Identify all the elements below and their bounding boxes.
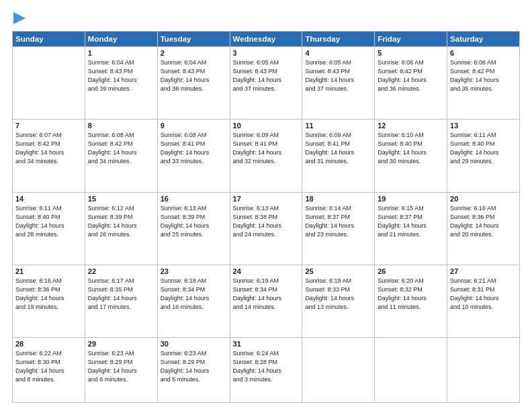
day-info: Sunrise: 6:09 AM Sunset: 8:41 PM Dayligh… (305, 131, 371, 166)
calendar-cell: 25Sunrise: 6:19 AM Sunset: 8:33 PM Dayli… (302, 265, 375, 337)
day-number: 18 (305, 195, 371, 203)
calendar-col-thursday: Thursday (302, 32, 375, 47)
day-number: 15 (88, 195, 154, 203)
calendar-cell: 6Sunrise: 6:06 AM Sunset: 8:42 PM Daylig… (447, 47, 520, 120)
day-number: 9 (161, 122, 227, 130)
calendar-cell (302, 338, 375, 403)
header (12, 11, 520, 26)
calendar-cell: 21Sunrise: 6:16 AM Sunset: 8:36 PM Dayli… (13, 265, 85, 337)
calendar-cell: 22Sunrise: 6:17 AM Sunset: 8:35 PM Dayli… (85, 265, 157, 337)
calendar-cell: 8Sunrise: 6:08 AM Sunset: 8:42 PM Daylig… (85, 120, 157, 192)
calendar-cell: 19Sunrise: 6:15 AM Sunset: 8:37 PM Dayli… (375, 192, 447, 265)
day-number: 31 (233, 340, 300, 348)
day-number: 11 (305, 122, 371, 130)
day-number: 25 (305, 267, 371, 275)
calendar-cell: 26Sunrise: 6:20 AM Sunset: 8:32 PM Dayli… (375, 265, 447, 337)
day-info: Sunrise: 6:21 AM Sunset: 8:31 PM Dayligh… (450, 277, 517, 312)
calendar-cell: 1Sunrise: 6:04 AM Sunset: 8:43 PM Daylig… (85, 47, 157, 120)
calendar-cell: 27Sunrise: 6:21 AM Sunset: 8:31 PM Dayli… (447, 265, 520, 337)
day-info: Sunrise: 6:15 AM Sunset: 8:37 PM Dayligh… (378, 204, 444, 239)
calendar-cell: 30Sunrise: 6:23 AM Sunset: 8:29 PM Dayli… (157, 338, 230, 403)
day-info: Sunrise: 6:13 AM Sunset: 8:39 PM Dayligh… (161, 204, 227, 239)
calendar-cell: 14Sunrise: 6:11 AM Sunset: 8:40 PM Dayli… (13, 192, 85, 265)
calendar-week-1: 1Sunrise: 6:04 AM Sunset: 8:43 PM Daylig… (13, 47, 520, 120)
day-number: 22 (88, 267, 154, 275)
day-info: Sunrise: 6:14 AM Sunset: 8:37 PM Dayligh… (305, 204, 371, 239)
day-number: 13 (450, 122, 517, 130)
day-info: Sunrise: 6:08 AM Sunset: 8:42 PM Dayligh… (88, 131, 154, 166)
day-number: 19 (378, 195, 444, 203)
calendar-col-saturday: Saturday (447, 32, 520, 47)
day-info: Sunrise: 6:11 AM Sunset: 8:40 PM Dayligh… (450, 131, 517, 166)
calendar-cell: 20Sunrise: 6:16 AM Sunset: 8:36 PM Dayli… (447, 192, 520, 265)
day-info: Sunrise: 6:11 AM Sunset: 8:40 PM Dayligh… (15, 204, 82, 239)
day-info: Sunrise: 6:19 AM Sunset: 8:34 PM Dayligh… (233, 277, 300, 312)
day-info: Sunrise: 6:08 AM Sunset: 8:41 PM Dayligh… (161, 131, 227, 166)
day-info: Sunrise: 6:07 AM Sunset: 8:42 PM Dayligh… (15, 131, 82, 166)
calendar-cell: 2Sunrise: 6:04 AM Sunset: 8:43 PM Daylig… (157, 47, 230, 120)
day-info: Sunrise: 6:23 AM Sunset: 8:29 PM Dayligh… (88, 349, 154, 384)
calendar-cell: 7Sunrise: 6:07 AM Sunset: 8:42 PM Daylig… (13, 120, 85, 192)
day-number: 4 (305, 49, 371, 57)
day-info: Sunrise: 6:05 AM Sunset: 8:43 PM Dayligh… (233, 58, 300, 93)
day-info: Sunrise: 6:04 AM Sunset: 8:43 PM Dayligh… (88, 58, 154, 93)
calendar-cell: 13Sunrise: 6:11 AM Sunset: 8:40 PM Dayli… (447, 120, 520, 192)
calendar-cell: 15Sunrise: 6:12 AM Sunset: 8:39 PM Dayli… (85, 192, 157, 265)
calendar-cell: 23Sunrise: 6:18 AM Sunset: 8:34 PM Dayli… (157, 265, 230, 337)
day-number: 14 (15, 195, 82, 203)
calendar-cell (375, 338, 447, 403)
calendar-week-3: 14Sunrise: 6:11 AM Sunset: 8:40 PM Dayli… (13, 192, 520, 265)
calendar-col-monday: Monday (85, 32, 157, 47)
day-number: 12 (378, 122, 444, 130)
day-number: 23 (161, 267, 227, 275)
day-number: 30 (161, 340, 227, 348)
calendar-week-2: 7Sunrise: 6:07 AM Sunset: 8:42 PM Daylig… (13, 120, 520, 192)
calendar-cell (447, 338, 520, 403)
day-info: Sunrise: 6:09 AM Sunset: 8:41 PM Dayligh… (233, 131, 300, 166)
day-info: Sunrise: 6:17 AM Sunset: 8:35 PM Dayligh… (88, 277, 154, 312)
day-info: Sunrise: 6:18 AM Sunset: 8:34 PM Dayligh… (161, 277, 227, 312)
calendar-week-4: 21Sunrise: 6:16 AM Sunset: 8:36 PM Dayli… (13, 265, 520, 337)
calendar-cell: 3Sunrise: 6:05 AM Sunset: 8:43 PM Daylig… (230, 47, 302, 120)
day-info: Sunrise: 6:20 AM Sunset: 8:32 PM Dayligh… (378, 277, 444, 312)
day-number: 26 (378, 267, 444, 275)
day-number: 10 (233, 122, 300, 130)
day-info: Sunrise: 6:12 AM Sunset: 8:39 PM Dayligh… (88, 204, 154, 239)
calendar-col-tuesday: Tuesday (157, 32, 230, 47)
day-number: 5 (378, 49, 444, 57)
logo (12, 11, 26, 26)
day-number: 16 (161, 195, 227, 203)
day-number: 8 (88, 122, 154, 130)
day-info: Sunrise: 6:19 AM Sunset: 8:33 PM Dayligh… (305, 277, 371, 312)
day-info: Sunrise: 6:06 AM Sunset: 8:42 PM Dayligh… (450, 58, 517, 93)
calendar-cell: 28Sunrise: 6:22 AM Sunset: 8:30 PM Dayli… (13, 338, 85, 403)
day-number: 3 (233, 49, 300, 57)
day-info: Sunrise: 6:06 AM Sunset: 8:42 PM Dayligh… (378, 58, 444, 93)
day-info: Sunrise: 6:10 AM Sunset: 8:40 PM Dayligh… (378, 131, 444, 166)
day-info: Sunrise: 6:23 AM Sunset: 8:29 PM Dayligh… (161, 349, 227, 384)
calendar-cell: 18Sunrise: 6:14 AM Sunset: 8:37 PM Dayli… (302, 192, 375, 265)
page: SundayMondayTuesdayWednesdayThursdayFrid… (0, 0, 532, 411)
calendar-cell: 24Sunrise: 6:19 AM Sunset: 8:34 PM Dayli… (230, 265, 302, 337)
day-number: 1 (88, 49, 154, 57)
calendar-table: SundayMondayTuesdayWednesdayThursdayFrid… (12, 31, 520, 403)
calendar-cell: 12Sunrise: 6:10 AM Sunset: 8:40 PM Dayli… (375, 120, 447, 192)
day-number: 20 (450, 195, 517, 203)
calendar-cell: 16Sunrise: 6:13 AM Sunset: 8:39 PM Dayli… (157, 192, 230, 265)
day-number: 27 (450, 267, 517, 275)
day-info: Sunrise: 6:13 AM Sunset: 8:38 PM Dayligh… (233, 204, 300, 239)
calendar-cell: 9Sunrise: 6:08 AM Sunset: 8:41 PM Daylig… (157, 120, 230, 192)
day-info: Sunrise: 6:16 AM Sunset: 8:36 PM Dayligh… (15, 277, 82, 312)
day-number: 7 (15, 122, 82, 130)
day-number: 17 (233, 195, 300, 203)
calendar-cell: 31Sunrise: 6:24 AM Sunset: 8:28 PM Dayli… (230, 338, 302, 403)
day-number: 2 (161, 49, 227, 57)
day-number: 24 (233, 267, 300, 275)
logo-arrow-icon (13, 11, 26, 26)
calendar-header-row: SundayMondayTuesdayWednesdayThursdayFrid… (13, 32, 520, 47)
day-info: Sunrise: 6:22 AM Sunset: 8:30 PM Dayligh… (15, 349, 82, 384)
day-number: 28 (15, 340, 82, 348)
calendar-cell: 17Sunrise: 6:13 AM Sunset: 8:38 PM Dayli… (230, 192, 302, 265)
day-info: Sunrise: 6:04 AM Sunset: 8:43 PM Dayligh… (161, 58, 227, 93)
svg-marker-0 (13, 12, 26, 24)
